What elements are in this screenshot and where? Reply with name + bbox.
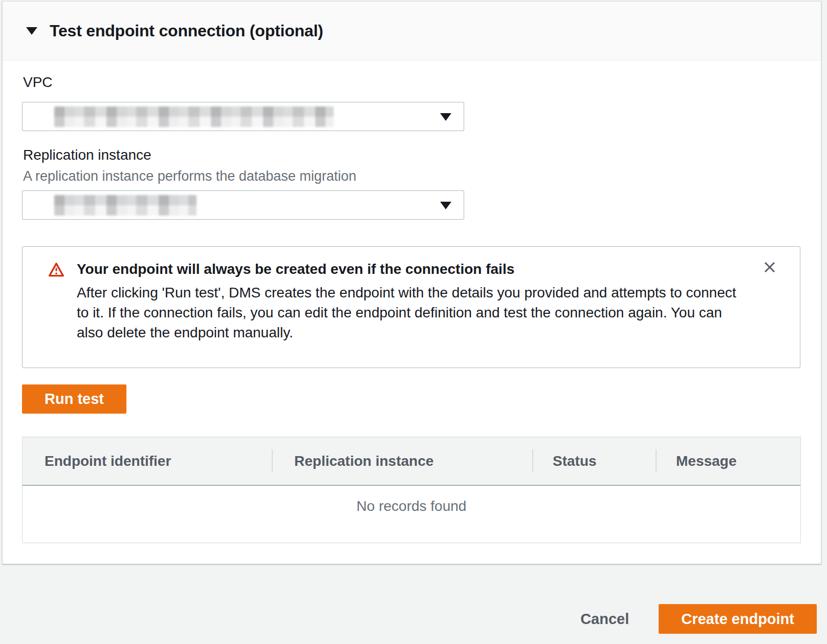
no-records-message: No records found <box>23 486 800 543</box>
warning-body: After clicking 'Run test', DMS creates t… <box>77 283 742 342</box>
replication-instance-label: Replication instance <box>23 147 151 163</box>
section-header-test-endpoint-connection[interactable]: Test endpoint connection (optional) <box>3 2 821 60</box>
test-endpoint-panel: Test endpoint connection (optional) VPC … <box>2 1 821 564</box>
test-results-table: Endpoint identifier Replication instance… <box>22 437 801 543</box>
vpc-select[interactable] <box>22 102 464 131</box>
column-header-status: Status <box>532 437 656 485</box>
create-endpoint-button[interactable]: Create endpoint <box>659 604 817 634</box>
replication-instance-redacted-value <box>54 195 197 216</box>
close-icon <box>762 260 777 276</box>
warning-alert: Your endpoint will always be created eve… <box>22 246 800 368</box>
vpc-redacted-value <box>54 106 334 127</box>
replication-instance-select[interactable] <box>22 190 464 220</box>
run-test-button[interactable]: Run test <box>22 384 126 414</box>
dismiss-warning-button[interactable] <box>761 259 778 276</box>
column-header-endpoint-identifier: Endpoint identifier <box>23 437 272 485</box>
chevron-down-icon <box>440 202 451 209</box>
warning-title: Your endpoint will always be created eve… <box>77 261 742 277</box>
column-header-message: Message <box>656 437 779 485</box>
vpc-label: VPC <box>23 74 53 91</box>
column-header-replication-instance: Replication instance <box>272 437 532 485</box>
warning-triangle-icon <box>48 262 64 280</box>
collapse-triangle-icon <box>26 27 37 35</box>
section-title: Test endpoint connection (optional) <box>50 22 323 40</box>
table-header-row: Endpoint identifier Replication instance… <box>23 437 800 486</box>
chevron-down-icon <box>440 113 451 121</box>
replication-instance-description: A replication instance performs the data… <box>23 168 356 184</box>
cancel-button[interactable]: Cancel <box>580 611 629 628</box>
form-footer-actions: Cancel Create endpoint <box>580 604 817 634</box>
